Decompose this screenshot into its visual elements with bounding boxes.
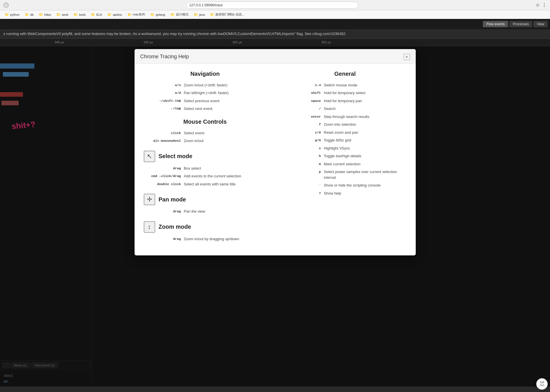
key-ws: w/s (144, 82, 184, 88)
key-slash: / (284, 106, 324, 111)
bookmark-item[interactable]: 📁mac软件 (125, 11, 147, 18)
bookmark-label: golang (156, 13, 165, 16)
info-icon: ⓘ (3, 3, 9, 8)
bookmark-item[interactable]: 📁python (2, 12, 22, 18)
view-button[interactable]: View (533, 21, 548, 27)
shortcut-slash: / Search (284, 106, 407, 112)
key-double-click: double click (144, 181, 184, 187)
shortcut-pan-drag: drag Pan the view (144, 209, 267, 214)
dialog-body: Navigation w/s Zoom in/out (+shift: fast… (135, 64, 416, 256)
bookmark-item[interactable]: 📁政府部门网站-信息... (208, 11, 247, 18)
shortcut-shift: shift Hold for temporary select (284, 90, 407, 96)
desc-ws: Zoom in/out (+shift: faster) (184, 82, 267, 88)
processes-button[interactable]: Processes (509, 21, 532, 27)
key-v: v (284, 145, 324, 151)
key-mousewheel: alt-mousewheel (144, 138, 184, 143)
navigation-section: Navigation w/s Zoom in/out (+shift: fast… (144, 71, 267, 112)
folder-icon: 📁 (25, 13, 29, 17)
general-title: General (284, 71, 407, 77)
folder-icon: 📁 (5, 13, 9, 17)
shortcut-space: space Hold for temporary pan (284, 98, 407, 104)
desc-f: Zoom into selection (324, 122, 407, 127)
shortcut-f: f Zoom into selection (284, 122, 407, 127)
pan-shortcuts: drag Pan the view (144, 209, 267, 214)
desc-z0: Reset zoom and pan (324, 130, 407, 135)
bookmark-item[interactable]: 📁ELK (89, 12, 105, 18)
bookmark-label: tools (79, 13, 85, 16)
zoom-shortcuts: drag Zoom in/out by dragging up/down (144, 236, 267, 242)
ruler-mark-350: 350 μs (232, 40, 242, 44)
key-next: ←/TAB (144, 106, 184, 111)
desc-ad: Pan left/right (+shift: faster) (184, 90, 267, 96)
desc-double-click: Select all events with same title (184, 181, 267, 187)
bookmark-item[interactable]: 📁work (54, 12, 71, 18)
key-drag: drag (144, 166, 184, 171)
desc-pan-drag: Pan the view (184, 209, 267, 214)
bookmark-item[interactable]: 📁设计模式 (168, 11, 191, 18)
dialog-overlay: Chrome Tracing Help × Navigation w/s Zoo… (0, 46, 550, 387)
key-enter: enter (284, 114, 324, 119)
watermark-text: 北单日记 (540, 381, 544, 387)
bookmark-item[interactable]: 📁https (36, 12, 53, 18)
general-shortcuts: 1-4 Switch mouse mode shift Hold for tem… (284, 82, 407, 196)
pan-mode-title: Pan mode (159, 196, 186, 203)
bookmark-item[interactable]: 📁tools (71, 12, 88, 18)
ruler-mark-340: 340 μs (55, 40, 64, 44)
shortcut-mousewheel: alt-mousewheel Zoom in/out (144, 138, 267, 144)
shortcut-ad: a/d Pan left/right (+shift: faster) (144, 90, 267, 96)
folder-icon: 📁 (56, 13, 61, 17)
folder-icon: 📁 (127, 13, 132, 17)
folder-icon: 📁 (170, 13, 175, 17)
right-column: General 1-4 Switch mouse mode shift Hold… (284, 71, 407, 249)
navigation-title: Navigation (144, 71, 267, 77)
bookmark-item[interactable]: 📁golang (148, 12, 168, 18)
bookmark-label: mac软件 (133, 12, 145, 17)
dialog-close-button[interactable]: × (404, 54, 410, 60)
bookmark-label: java (199, 13, 205, 16)
shortcut-m: m Mark current selection (284, 161, 407, 167)
key-space: space (284, 98, 324, 103)
main-area: shit+? . Slices (2) Flow Event (1) .func… (0, 46, 550, 387)
bookmark-item[interactable]: 📁java (191, 12, 207, 18)
desc-question: Show help (324, 191, 407, 196)
help-dialog: Chrome Tracing Help × Navigation w/s Zoo… (135, 49, 416, 256)
pan-mode-section: ✛ Pan mode drag Pan the view (144, 194, 267, 214)
warning-banner: s running with WebComponentsV0 polyfill,… (0, 29, 550, 39)
flow-events-button[interactable]: Flow events (483, 21, 508, 27)
ruler-mark-345: 345 μs (143, 40, 153, 44)
star-icon[interactable]: ☆ (536, 2, 540, 8)
shortcut-1-4: 1-4 Switch mouse mode (284, 82, 407, 88)
bookmark-label: ELK (96, 13, 102, 16)
bookmark-item[interactable]: 📁db (22, 12, 36, 18)
key-cmd-click: cmd -click/drag (144, 173, 184, 178)
desc-v: Highlight VSync (324, 145, 407, 151)
bookmark-label: python (10, 13, 20, 16)
browser-titlebar: ⓘ 127.0.0.1:58066/trace ☆ ⋮ (0, 0, 550, 10)
menu-icon[interactable]: ⋮ (542, 2, 547, 8)
bookmark-item[interactable]: 📁apidoc (105, 12, 124, 18)
bookmark-label: apidoc (113, 13, 122, 16)
mouse-controls-section: Mouse Controls click Select event alt-mo… (144, 119, 267, 144)
shortcut-prev: →/shift-TAB Select previous event (144, 98, 267, 104)
zoom-mode-title: Zoom mode (159, 224, 191, 230)
select-shortcuts: drag Box select cmd -click/drag Add even… (144, 166, 267, 187)
dialog-header: Chrome Tracing Help × (135, 49, 416, 64)
shortcut-z0: z/0 Reset zoom and pan (284, 130, 407, 135)
desc-1-4: Switch mouse mode (324, 82, 407, 88)
shortcut-p: p Select power samples over current sele… (284, 169, 407, 180)
url-bar[interactable]: 127.0.0.1:58066/trace (186, 2, 358, 9)
titlebar-right: ☆ ⋮ (536, 2, 547, 8)
desc-slash: Search (324, 106, 407, 112)
desc-drag: Box select (184, 166, 267, 171)
warning-text: s running with WebComponentsV0 polyfill,… (3, 32, 346, 36)
shortcut-double-click: double click Select all events with same… (144, 181, 267, 187)
shortcut-zoom-drag: drag Zoom in/out by dragging up/down (144, 236, 267, 242)
desc-cmd-click: Add events to the current selection (184, 173, 267, 179)
select-mode-icon: ↖ (144, 151, 155, 162)
select-mode-section: ↖ Select mode drag Box select cmd -click… (144, 151, 267, 187)
pan-mode-icon: ✛ (144, 194, 155, 205)
folder-icon: 📁 (194, 13, 198, 17)
navigation-shortcuts: w/s Zoom in/out (+shift: faster) a/d Pan… (144, 82, 267, 112)
desc-zoom-drag: Zoom in/out by dragging up/down (184, 236, 267, 242)
shortcut-enter: enter Step through search results (284, 114, 407, 120)
